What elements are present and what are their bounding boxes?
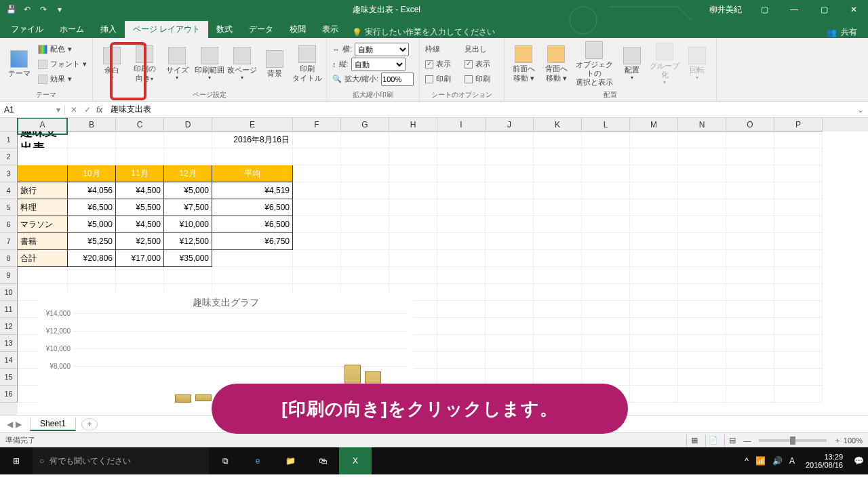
sheet-nav-prev-icon[interactable]: ◀ [7,420,13,429]
breaks-button[interactable]: 改ページ▾ [227,41,257,87]
colors-button[interactable]: 配色 ▾ [37,43,88,56]
formula-input[interactable]: 趣味支出表 [106,104,853,115]
zoom-out-button[interactable]: — [743,436,751,445]
cell-H3[interactable] [389,165,437,182]
cell-G2[interactable] [341,148,389,165]
cell-P7[interactable] [774,233,823,250]
cell-J7[interactable] [486,233,534,250]
cell-D9[interactable] [164,267,212,284]
cell-I2[interactable] [437,148,486,165]
undo-icon[interactable]: ↶ [22,4,33,15]
cell-J8[interactable] [486,250,534,267]
cell-J10[interactable] [486,284,534,301]
cell-L8[interactable] [582,250,630,267]
selection-pane-button[interactable]: オブジェクトの選択と表示 [574,41,614,87]
col-header-D[interactable]: D [164,118,212,131]
align-button[interactable]: 配置▾ [617,41,647,87]
cell-H7[interactable] [389,233,437,250]
cell-L3[interactable] [582,165,630,182]
sheet-tab-sheet1[interactable]: Sheet1 [30,418,76,431]
cell-L4[interactable] [582,182,630,199]
cell-G7[interactable] [341,233,389,250]
cell-K8[interactable] [534,250,582,267]
cell-I12[interactable] [437,318,486,335]
cell-M15[interactable] [630,369,678,386]
cell-G5[interactable] [341,199,389,216]
cell-N12[interactable] [678,318,726,335]
cell-K13[interactable] [534,335,582,352]
col-header-E[interactable]: E [212,118,293,131]
background-button[interactable]: 背景 [260,41,290,87]
cell-C3[interactable]: 11月 [116,165,164,182]
cell-K6[interactable] [534,216,582,233]
cell-B3[interactable]: 10月 [68,165,116,182]
share-button[interactable]: 👥 共有 [827,26,865,38]
cell-D4[interactable]: ¥5,000 [164,182,212,199]
cell-D8[interactable]: ¥35,000 [164,250,212,267]
cell-O7[interactable] [726,233,774,250]
cell-M14[interactable] [630,352,678,369]
col-header-I[interactable]: I [437,118,486,131]
cell-N2[interactable] [678,148,726,165]
system-clock[interactable]: 13:292016/08/16 [802,453,847,469]
col-header-P[interactable]: P [774,118,823,131]
cell-J5[interactable] [486,199,534,216]
cell-N8[interactable] [678,250,726,267]
cell-H1[interactable] [389,131,437,148]
cell-A7[interactable]: 書籍 [18,233,68,250]
cell-F9[interactable] [293,267,341,284]
tab-home[interactable]: ホーム [52,21,92,38]
cell-O9[interactable] [726,267,774,284]
tab-formulas[interactable]: 数式 [208,21,241,38]
send-backward-button[interactable]: 背面へ移動 ▾ [541,41,571,87]
cell-N7[interactable] [678,233,726,250]
cell-D7[interactable]: ¥12,500 [164,233,212,250]
cell-O16[interactable] [726,386,774,403]
cell-K3[interactable] [534,165,582,182]
cell-J11[interactable] [486,301,534,318]
row-header-6[interactable]: 6 [0,216,18,233]
fonts-button[interactable]: フォント ▾ [37,58,88,71]
cell-K1[interactable] [534,131,582,148]
row-header-16[interactable]: 16 [0,386,18,403]
cell-N4[interactable] [678,182,726,199]
cell-K4[interactable] [534,182,582,199]
cell-P10[interactable] [774,284,823,301]
cell-I7[interactable] [437,233,486,250]
cell-M7[interactable] [630,233,678,250]
tab-page-layout[interactable]: ページ レイアウト [125,21,208,38]
cell-P13[interactable] [774,335,823,352]
cell-P5[interactable] [774,199,823,216]
cell-K7[interactable] [534,233,582,250]
cell-I6[interactable] [437,216,486,233]
cell-A5[interactable]: 料理 [18,199,68,216]
cell-I10[interactable] [437,284,486,301]
new-sheet-button[interactable]: + [81,418,98,430]
cell-O8[interactable] [726,250,774,267]
cell-L12[interactable] [582,318,630,335]
edge-icon[interactable]: e [241,447,274,474]
cell-B5[interactable]: ¥6,500 [68,199,116,216]
row-header-11[interactable]: 11 [0,301,18,318]
tab-review[interactable]: 校閲 [281,21,314,38]
cell-P11[interactable] [774,301,823,318]
gridlines-print-check[interactable]: 印刷 [424,73,460,86]
cell-L11[interactable] [582,301,630,318]
cell-I3[interactable] [437,165,486,182]
cell-A3[interactable] [18,165,68,182]
cell-D5[interactable]: ¥7,500 [164,199,212,216]
sheet-nav-next-icon[interactable]: ▶ [16,420,22,429]
cell-F7[interactable] [293,233,341,250]
row-header-14[interactable]: 14 [0,352,18,369]
cell-B9[interactable] [68,267,116,284]
cell-N5[interactable] [678,199,726,216]
cell-P8[interactable] [774,250,823,267]
cell-I13[interactable] [437,335,486,352]
cell-P6[interactable] [774,216,823,233]
cell-P9[interactable] [774,267,823,284]
cell-H5[interactable] [389,199,437,216]
zoom-slider[interactable] [759,439,827,442]
effects-button[interactable]: 効果 ▾ [37,73,88,86]
spreadsheet-grid[interactable]: 12345678910111213141516 ABCDEFGHIJKLMNOP… [0,118,868,415]
cell-C7[interactable]: ¥2,500 [116,233,164,250]
